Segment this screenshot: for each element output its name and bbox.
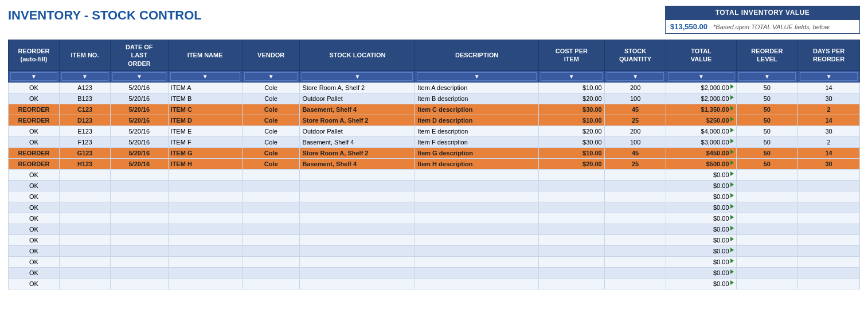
cell-location — [300, 245, 415, 256]
cell-itemname — [168, 202, 242, 213]
flag-icon — [730, 237, 734, 241]
col-header-date: DATE OFLASTORDER — [111, 40, 169, 71]
cell-total: $0.00 — [666, 234, 736, 245]
cell-reorder: REORDER — [9, 147, 60, 158]
cell-reorderlvl: 50 — [736, 126, 798, 136]
cell-date — [111, 234, 169, 245]
filter-daysper[interactable]: ▼ — [800, 72, 858, 81]
cell-vendor: Cole — [242, 136, 300, 147]
filter-vendor[interactable]: ▼ — [244, 72, 298, 81]
cell-daysper: 30 — [798, 158, 860, 169]
col-header-location: STOCK LOCATION — [300, 40, 415, 71]
cell-qty — [604, 169, 666, 180]
cell-desc — [415, 245, 538, 256]
cell-desc: Item D description — [415, 115, 538, 126]
cell-reorder: REORDER — [9, 104, 60, 115]
table-row: REORDERD1235/20/16ITEM DColeStore Room A… — [9, 115, 860, 126]
cell-vendor: Cole — [242, 104, 300, 115]
cell-itemname — [168, 213, 242, 224]
flag-icon — [730, 171, 734, 176]
cell-reorderlvl — [736, 169, 798, 180]
cell-cost — [538, 245, 604, 256]
table-row: OK$0.00 — [9, 180, 860, 191]
filter-date[interactable]: ▼ — [112, 72, 166, 81]
flag-icon — [730, 150, 734, 154]
filter-itemno[interactable]: ▼ — [61, 72, 108, 81]
cell-qty — [604, 278, 666, 289]
cell-daysper: 2 — [798, 136, 860, 147]
cell-cost: $20.00 — [538, 126, 604, 136]
cell-date — [111, 191, 169, 202]
cell-location: Outdoor Pallet — [300, 126, 415, 136]
filter-total[interactable]: ▼ — [668, 72, 734, 81]
flag-icon — [730, 269, 734, 274]
table-row: OKB1235/20/16ITEM BColeOutdoor PalletIte… — [9, 93, 860, 104]
filter-location[interactable]: ▼ — [302, 72, 413, 81]
table-row: OK$0.00 — [9, 256, 860, 267]
cell-daysper: 14 — [798, 115, 860, 126]
cell-vendor — [242, 234, 300, 245]
cell-itemname: ITEM B — [168, 93, 242, 104]
cell-location: Basement, Shelf 4 — [300, 136, 415, 147]
filter-reorderlvl[interactable]: ▼ — [738, 72, 796, 81]
cell-cost — [538, 234, 604, 245]
cell-date — [111, 256, 169, 267]
cell-daysper — [798, 234, 860, 245]
cell-location — [300, 234, 415, 245]
col-header-reorderlvl: REORDERLEVEL — [736, 40, 798, 71]
cell-vendor: Cole — [242, 158, 300, 169]
cell-desc: Item E description — [415, 126, 538, 136]
cell-cost: $10.00 — [538, 147, 604, 158]
cell-cost: $10.00 — [538, 82, 604, 93]
cell-location: Outdoor Pallet — [300, 93, 415, 104]
cell-qty — [604, 256, 666, 267]
cell-cost: $30.00 — [538, 104, 604, 115]
cell-date: 5/20/16 — [111, 115, 169, 126]
cell-cost — [538, 169, 604, 180]
cell-reorder: OK — [9, 82, 60, 93]
cell-reorderlvl — [736, 245, 798, 256]
cell-cost — [538, 224, 604, 234]
cell-location — [300, 224, 415, 234]
cell-location — [300, 180, 415, 191]
cell-date — [111, 180, 169, 191]
cell-reorderlvl — [736, 180, 798, 191]
cell-qty — [604, 213, 666, 224]
flag-icon — [730, 95, 734, 100]
cell-daysper: 2 — [798, 104, 860, 115]
table-row: OK$0.00 — [9, 278, 860, 289]
col-header-daysper: DAYS PERREORDER — [798, 40, 860, 71]
filter-reorder[interactable]: ▼ — [10, 72, 57, 81]
cell-total: $0.00 — [666, 213, 736, 224]
cell-daysper — [798, 267, 860, 278]
cell-desc: Item H description — [415, 158, 538, 169]
cell-itemno — [60, 180, 111, 191]
cell-cost — [538, 256, 604, 267]
col-header-desc: DESCRIPTION — [415, 40, 538, 71]
cell-cost: $20.00 — [538, 93, 604, 104]
flag-icon — [730, 226, 734, 230]
filter-cost[interactable]: ▼ — [541, 72, 603, 81]
col-header-total: TOTALVALUE — [666, 40, 736, 71]
cell-reorder: OK — [9, 213, 60, 224]
cell-total: $2,000.00 — [666, 93, 736, 104]
table-row: OK$0.00 — [9, 169, 860, 180]
flag-icon — [730, 193, 734, 198]
cell-reorderlvl: 50 — [736, 93, 798, 104]
filter-desc[interactable]: ▼ — [417, 72, 536, 81]
filter-itemname[interactable]: ▼ — [170, 72, 240, 81]
cell-desc — [415, 234, 538, 245]
cell-reorder: OK — [9, 180, 60, 191]
cell-reorder: OK — [9, 245, 60, 256]
cell-daysper — [798, 224, 860, 234]
cell-cost: $10.00 — [538, 115, 604, 126]
cell-vendor — [242, 202, 300, 213]
filter-qty[interactable]: ▼ — [607, 72, 664, 81]
cell-location: Basement, Shelf 4 — [300, 158, 415, 169]
cell-itemno: F123 — [60, 136, 111, 147]
table-row: OKF1235/20/16ITEM FColeBasement, Shelf 4… — [9, 136, 860, 147]
cell-itemname — [168, 191, 242, 202]
flag-icon — [730, 106, 734, 111]
cell-total: $0.00 — [666, 245, 736, 256]
cell-reorder: OK — [9, 126, 60, 136]
